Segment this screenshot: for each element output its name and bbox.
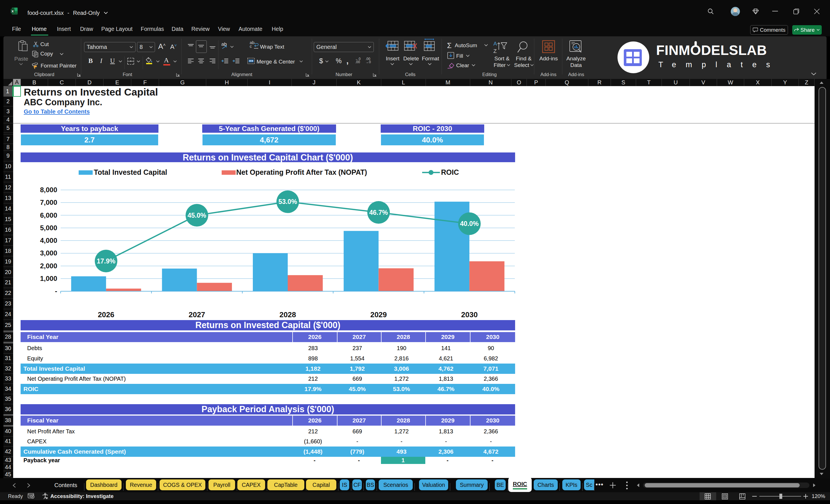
svg-text:5,000: 5,000 — [40, 224, 57, 232]
svg-text:-: - — [55, 287, 57, 295]
svg-text:46.7%: 46.7% — [369, 209, 388, 216]
svg-text:7,000: 7,000 — [40, 198, 57, 206]
svg-text:x: x — [11, 9, 14, 13]
svg-text:2029: 2029 — [371, 310, 387, 319]
svg-text:17.9%: 17.9% — [97, 257, 115, 265]
svg-text:3,000: 3,000 — [40, 249, 57, 257]
svg-text:Total Invested Capital: Total Invested Capital — [94, 168, 167, 176]
svg-text:53.0%: 53.0% — [278, 198, 297, 206]
svg-text:2030: 2030 — [461, 310, 478, 319]
svg-text:8,000: 8,000 — [40, 186, 57, 194]
svg-text:2028: 2028 — [280, 310, 296, 319]
svg-text:A: A — [493, 41, 497, 46]
svg-text:Z: Z — [493, 48, 497, 54]
svg-text:Net Operating Profit After Tax: Net Operating Profit After Tax (NOPAT) — [236, 168, 367, 176]
svg-text:4,000: 4,000 — [40, 237, 57, 244]
svg-text:40.0%: 40.0% — [460, 220, 479, 227]
svg-text:1,000: 1,000 — [40, 275, 57, 282]
svg-text:2026: 2026 — [98, 310, 115, 319]
svg-text:2,000: 2,000 — [40, 262, 57, 270]
svg-text:6,000: 6,000 — [40, 211, 57, 219]
svg-text:2027: 2027 — [189, 310, 205, 319]
svg-text:45.0%: 45.0% — [188, 212, 206, 219]
svg-text:ROIC: ROIC — [441, 168, 459, 176]
